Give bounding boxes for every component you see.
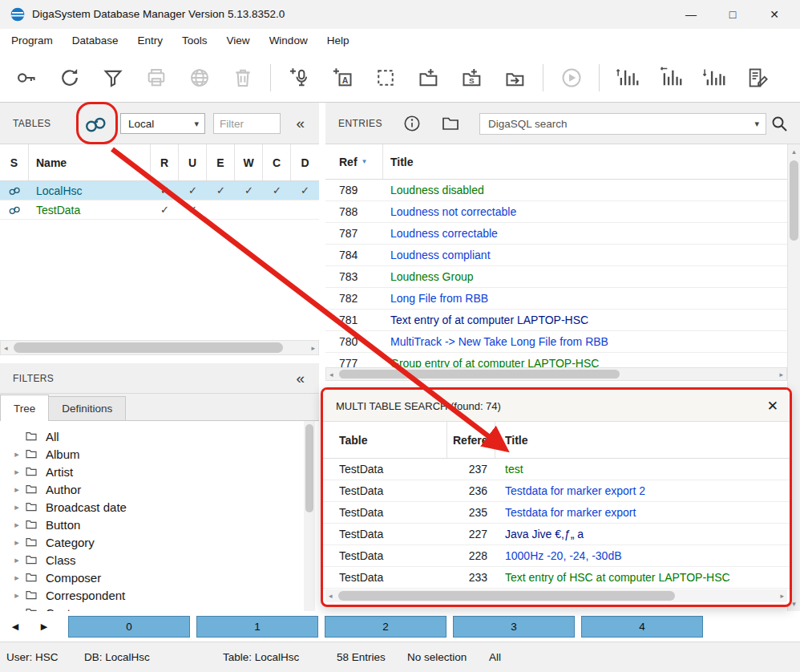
menu-item-program[interactable]: Program [2, 29, 63, 53]
tree-item-all[interactable]: All [0, 427, 304, 445]
menu-item-window[interactable]: Window [260, 29, 317, 53]
expand-arrow-icon[interactable]: ▸ [10, 449, 24, 459]
search-result-row[interactable]: TestData233Text entry of HSC at computer… [323, 567, 790, 589]
tree-item-customer[interactable]: ▸Customer [0, 604, 304, 611]
close-icon[interactable]: ✕ [767, 397, 778, 414]
refresh-icon[interactable] [51, 59, 87, 95]
add-folder-icon[interactable] [410, 59, 446, 95]
tree-item-artist[interactable]: ▸Artist [0, 463, 304, 480]
move-to-folder-icon[interactable] [497, 59, 533, 95]
page-button-2[interactable]: 2 [325, 616, 446, 638]
expand-arrow-icon[interactable]: ▸ [10, 467, 24, 477]
entry-row[interactable]: 784Loudness compliant [325, 245, 787, 266]
menu-item-entry[interactable]: Entry [128, 29, 173, 53]
expand-arrow-icon[interactable]: ▸ [10, 502, 24, 512]
search-result-row[interactable]: TestData227Java Jive €,ƒ„ a [323, 524, 790, 545]
add-text-entry-icon[interactable] [324, 59, 360, 95]
scrollbar-thumb[interactable] [14, 342, 283, 353]
key-icon[interactable] [8, 59, 44, 95]
tree-item-button[interactable]: ▸Button [0, 516, 304, 533]
entry-row[interactable]: 780MultiTrack -> New Take Long File from… [325, 331, 787, 353]
scope-dropdown[interactable]: Local ▾ [120, 113, 205, 134]
tree-item-album[interactable]: ▸Album [0, 445, 304, 463]
tab-tree[interactable]: Tree [0, 395, 49, 421]
add-audio-entry-icon[interactable] [281, 59, 317, 95]
expand-arrow-icon[interactable]: ▸ [10, 537, 24, 548]
entry-row[interactable]: 789Loudness disabled [325, 180, 787, 201]
col-header-s[interactable]: S [0, 144, 29, 180]
loudness-adjust-icon[interactable] [696, 59, 732, 95]
col-header-c[interactable]: C [263, 144, 291, 180]
col-header-r[interactable]: R [151, 144, 179, 180]
menu-item-database[interactable]: Database [63, 29, 128, 53]
col-header-d[interactable]: D [291, 144, 319, 180]
prev-page-icon[interactable]: ◀ [6, 611, 24, 642]
tab-definitions[interactable]: Definitions [48, 396, 126, 420]
info-icon[interactable] [402, 114, 423, 135]
loudness-normalize-icon[interactable] [653, 59, 689, 95]
search-result-row[interactable]: TestData237test [323, 459, 790, 480]
multi-table-search-button[interactable] [83, 112, 108, 136]
scrollbar-thumb[interactable] [790, 160, 798, 241]
entry-row[interactable]: 781Text entry of at computer LAPTOP-HSC [325, 310, 787, 331]
scrollbar-thumb[interactable] [339, 370, 620, 379]
scroll-right-icon[interactable]: ▸ [780, 592, 784, 600]
page-button-3[interactable]: 3 [453, 616, 575, 638]
col-header-w[interactable]: W [235, 144, 263, 180]
col-header-e[interactable]: E [207, 144, 235, 180]
next-page-icon[interactable]: ▶ [35, 611, 53, 642]
entry-row[interactable]: 788Loudness not correctable [325, 201, 787, 223]
page-button-1[interactable]: 1 [196, 616, 318, 638]
close-button[interactable]: ✕ [754, 0, 795, 29]
scroll-right-icon[interactable]: ▸ [779, 370, 783, 379]
entry-row[interactable]: 787Loudness correctable [325, 223, 787, 245]
search-result-row[interactable]: TestData235Testdata for marker export [323, 502, 790, 524]
tree-item-broadcast-date[interactable]: ▸Broadcast date [0, 498, 304, 516]
expand-arrow-icon[interactable]: ▸ [10, 573, 24, 583]
entry-row[interactable]: 777Group entry of at computer LAPTOP-HSC [325, 353, 787, 367]
tree-item-author[interactable]: ▸Author [0, 480, 304, 498]
page-button-0[interactable]: 0 [68, 616, 190, 638]
expand-arrow-icon[interactable]: ▸ [10, 484, 24, 495]
expand-arrow-icon[interactable]: ▸ [10, 520, 24, 530]
maximize-button[interactable]: □ [712, 0, 754, 29]
tree-item-composer[interactable]: ▸Composer [0, 569, 304, 586]
entry-row[interactable]: 783Loudness Group [325, 266, 787, 288]
entries-horizontal-scrollbar[interactable]: ◂ ▸ [325, 367, 787, 381]
tree-item-correspondent[interactable]: ▸Correspondent [0, 586, 304, 604]
col-header-title[interactable]: Title [495, 422, 790, 458]
filter-icon[interactable] [95, 59, 131, 95]
menu-item-view[interactable]: View [217, 29, 260, 53]
popup-horizontal-scrollbar[interactable]: ◂ ▸ [325, 589, 787, 602]
col-header-table[interactable]: Table [323, 422, 447, 458]
tree-item-category[interactable]: ▸Category [0, 533, 304, 551]
col-header-name[interactable]: Name [29, 144, 151, 180]
scroll-up-icon[interactable]: ▴ [788, 148, 800, 156]
search-icon[interactable] [770, 114, 790, 135]
loudness-levels-icon[interactable] [609, 59, 645, 95]
search-result-row[interactable]: TestData236Testdata for marker export 2 [323, 480, 790, 502]
table-filter-input[interactable] [213, 113, 281, 134]
entry-row[interactable]: 782Long File from RBB [325, 288, 787, 310]
minimize-button[interactable]: — [670, 0, 712, 29]
col-header-reference[interactable]: Refere [447, 422, 495, 458]
folder-icon[interactable] [441, 114, 462, 135]
collapse-tables-icon[interactable]: « [296, 115, 305, 132]
collapse-filters-icon[interactable]: « [296, 370, 305, 387]
scroll-right-icon[interactable]: ▸ [311, 344, 315, 352]
scroll-left-icon[interactable]: ◂ [329, 370, 333, 379]
page-button-4[interactable]: 4 [581, 616, 703, 638]
col-header-title[interactable]: Title [383, 144, 787, 179]
menu-item-tools[interactable]: Tools [172, 29, 217, 53]
expand-arrow-icon[interactable]: ▸ [10, 590, 24, 601]
col-header-ref[interactable]: Ref ▼ [325, 144, 383, 179]
tree-vertical-scrollbar[interactable] [304, 421, 315, 611]
scrollbar-thumb[interactable] [305, 424, 313, 512]
scroll-left-icon[interactable]: ◂ [4, 344, 8, 352]
tables-horizontal-scrollbar[interactable]: ◂ ▸ [0, 340, 319, 355]
edit-metadata-icon[interactable] [739, 59, 775, 95]
scroll-left-icon[interactable]: ◂ [329, 592, 333, 600]
digasql-search-combo[interactable]: DigaSQL search ▾ [479, 113, 766, 135]
search-result-row[interactable]: TestData2281000Hz -20, -24, -30dB [323, 545, 790, 567]
scrollbar-thumb[interactable] [338, 591, 675, 601]
